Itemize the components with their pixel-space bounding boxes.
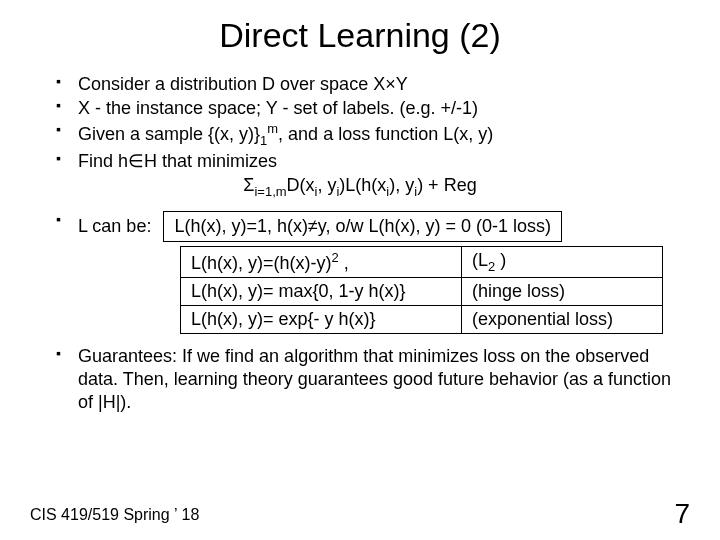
bullet-3-post: , and a loss function L(x, y) [278, 124, 493, 144]
bullet-lcanbe: L can be: L(h(x), y)=1, h(x)≠y, o/w L(h(… [56, 211, 690, 242]
loss-row-2a: L(h(x), y)=(h(x)-y)2 , [181, 246, 462, 277]
footer-course: CIS 419/519 Spring ’ 18 [30, 506, 199, 524]
objective-formula: Σi=1,mD(xi, yi)L(h(xi), yi) + Reg [30, 175, 690, 199]
bullet-4: Find h∈H that minimizes [56, 150, 690, 173]
loss-row-1: L(h(x), y)=1, h(x)≠y, o/w L(h(x), y) = 0… [163, 211, 562, 242]
loss-row-3a: L(h(x), y)= max{0, 1-y h(x)} [181, 277, 462, 305]
sigma-sub: i=1,m [254, 184, 286, 199]
bullet-2: X - the instance space; Y - set of label… [56, 97, 690, 120]
loss-row-4b: (exponential loss) [462, 305, 663, 333]
loss-row-3b: (hinge loss) [462, 277, 663, 305]
bullet-list-3: Guarantees: If we find an algorithm that… [56, 345, 690, 414]
f-p2: )L(h(x [339, 175, 386, 195]
bullet-3-pre: Given a sample {(x, y)} [78, 124, 260, 144]
r2b-pre: (L [472, 250, 488, 270]
f-p3: ), y [389, 175, 414, 195]
bullet-list-1: Consider a distribution D over space X×Y… [56, 73, 690, 173]
f-c1: , y [317, 175, 336, 195]
loss-row-2b: (L2 ) [462, 246, 663, 277]
r2a-sup: 2 [332, 250, 339, 265]
loss-row-4a: L(h(x), y)= exp{- y h(x)} [181, 305, 462, 333]
slide-body: Consider a distribution D over space X×Y… [30, 73, 690, 414]
bullet-3: Given a sample {(x, y)}1m, and a loss fu… [56, 121, 690, 149]
r2b-post: ) [495, 250, 506, 270]
slide-root: Direct Learning (2) Consider a distribut… [0, 0, 720, 540]
lcanbe-text: L can be: [78, 215, 151, 238]
bullet-3-sup: m [267, 121, 278, 136]
loss-row-2: L(h(x), y)=(h(x)-y)2 , (L2 ) [181, 246, 663, 277]
f-p1: D(x [287, 175, 315, 195]
footer-page-number: 7 [674, 498, 690, 530]
loss-table: L(h(x), y)=(h(x)-y)2 , (L2 ) L(h(x), y)=… [180, 246, 663, 334]
bullet-1: Consider a distribution D over space X×Y [56, 73, 690, 96]
bullet-list-2: L can be: L(h(x), y)=1, h(x)≠y, o/w L(h(… [56, 211, 690, 242]
loss-row-4: L(h(x), y)= exp{- y h(x)} (exponential l… [181, 305, 663, 333]
r2a-post: , [339, 253, 349, 273]
r2a-pre: L(h(x), y)=(h(x)-y) [191, 253, 332, 273]
slide-title: Direct Learning (2) [30, 16, 690, 55]
loss-row-3: L(h(x), y)= max{0, 1-y h(x)} (hinge loss… [181, 277, 663, 305]
f-p4: ) + Reg [417, 175, 477, 195]
sigma: Σ [243, 175, 254, 195]
bullet-guarantees: Guarantees: If we find an algorithm that… [56, 345, 690, 414]
